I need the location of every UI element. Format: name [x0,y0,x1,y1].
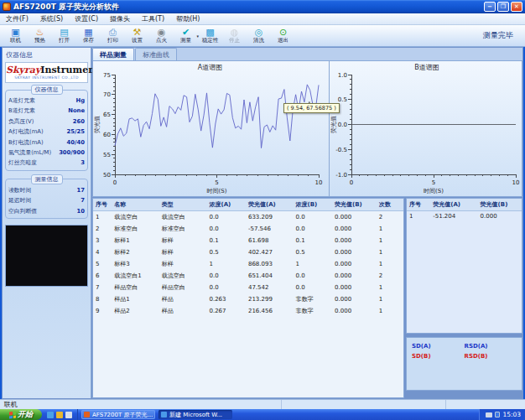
cell-no: 9 [93,305,112,317]
chart-b-channel[interactable]: B道谱图时间(S)荧光值-1.0-0.50.00.51.00510 [330,61,522,196]
tab-sample-measurement[interactable]: 样品测量 [92,48,134,60]
results-column-header[interactable]: 荧光值(A) [246,199,294,211]
table-row[interactable]: 8样品1样品0.263213.299非数字0.0001 [93,293,403,305]
toolbar-ignite-button[interactable]: ◉点火 [149,28,174,44]
measure-info-group-title: 测量信息 [31,174,63,184]
taskbar-task-1[interactable]: 新建 Microsoft W... [159,410,232,419]
taskbar-task-0[interactable]: AFS7200T 原子荧光... [81,410,155,419]
cell-fluorA: 868.093 [246,258,294,270]
toolbar-measure-label: 测量 [180,37,191,44]
field-value: 7 [81,195,85,205]
toolbar-clean-button[interactable]: ◎清洗 [247,28,271,44]
table-row[interactable]: 2标准空白标准空白0.0-57.5460.00.0001 [93,223,403,235]
chart-a-plot[interactable]: A道谱图时间(S)荧光值5055606570750510 [93,61,327,196]
svg-text:0: 0 [350,179,353,186]
results-column-header[interactable]: 浓度(A) [206,199,246,211]
task-app-icon [161,412,167,417]
results-column-header[interactable]: 次数 [377,199,403,211]
toolbar-settings-button[interactable]: ⚒设置 [125,28,149,44]
cell-concA: 0.263 [206,293,246,305]
cell-name: 样品2 [112,305,159,317]
start-button[interactable]: 开始 [0,409,42,420]
tray-device-icon[interactable] [486,412,492,417]
readings-column-header[interactable]: 荧光值(A) [430,199,477,211]
stat-label-sdb: SD(B) [412,353,465,360]
cell-fluorA: 61.698 [246,235,294,246]
quick-launch-icon-2[interactable] [56,412,63,418]
quick-launch-icon-3[interactable] [65,412,72,418]
taskbar-clock: 15:03 [502,411,521,418]
chart-b-plot[interactable]: B道谱图时间(S)荧光值-1.0-0.50.00.51.00510 [330,61,524,196]
cell-type: 标样 [159,258,207,270]
cell-fluorA: 213.299 [246,293,294,305]
table-row[interactable]: 5标样3标样1868.09310.0001 [93,258,403,270]
toolbar-open-button[interactable]: ▤打开 [52,28,76,44]
table-row[interactable]: 1-51.2040.000 [407,211,522,222]
menu-item-tools[interactable]: 工具(T) [136,14,170,23]
menu-item-help[interactable]: 帮助(H) [170,14,205,23]
results-column-header[interactable]: 类型 [159,199,207,211]
results-table: 序号名称类型浓度(A)荧光值(A)浓度(B)荧光值(B)次数 1载流空白载流空白… [93,199,403,317]
table-row[interactable]: 3标样1标样0.161.6980.10.0001 [93,235,403,246]
quick-launch [42,409,78,420]
cell-no: 7 [93,282,112,293]
print-icon: ⎙ [109,28,117,37]
results-column-header[interactable]: 序号 [93,199,112,211]
cell-fluorA: 216.456 [246,305,294,317]
results-column-header[interactable]: 浓度(B) [294,199,333,211]
svg-text:75: 75 [103,72,111,79]
toolbar: ▣联机♨预热▤打开▦保存⎙打印⚒设置◉点火✔测量▾▩稳定性◍停止◎清洗⊙退出测量… [0,25,525,47]
tab-standard-curve[interactable]: 标准曲线 [135,48,177,60]
chart-a-channel[interactable]: A道谱图时间(S)荧光值5055606570750510 [93,61,330,196]
cell-times: 1 [377,223,403,235]
minimize-button[interactable]: − [484,2,496,12]
info-row: A灯电流(mA)25/25 [8,127,85,137]
toolbar-save-label: 保存 [83,37,94,44]
cell-fluorB: 0.000 [332,211,377,224]
field-value: 17 [77,185,85,195]
readings-column-header[interactable]: 荧光值(B) [478,199,522,211]
quick-launch-icon-1[interactable] [47,412,54,418]
toolbar-ignite-label: 点火 [156,37,167,44]
readings-column-header[interactable]: 序号 [407,199,430,211]
table-row[interactable]: 9样品2样品0.267216.456非数字0.0001 [93,305,403,317]
menu-item-system[interactable]: 系统(S) [34,14,69,23]
svg-text:55: 55 [103,152,111,158]
window-title: AFS7200T 原子荧光分析软件 [13,2,119,13]
field-value: 300/900 [59,148,85,158]
toolbar-print-button[interactable]: ⎙打印 [101,28,125,44]
cell-name: 标样2 [112,246,159,258]
tray-volume-icon[interactable] [495,412,500,417]
menu-item-camera[interactable]: 摄像头 [104,14,136,23]
toolbar-exit-button[interactable]: ⊙退出 [271,28,295,44]
cell-fluorA: 633.209 [246,211,294,224]
cell-concA: 0.0 [206,270,246,282]
table-row[interactable]: 1载流空白载流空白0.0633.2090.00.0002 [93,211,403,224]
info-row: 灯丝亮暗度3 [8,158,85,168]
field-label: A灯电流(mA) [8,127,44,137]
results-column-header[interactable]: 名称 [112,199,159,211]
measure-info-group: 测量信息 读数时间17延迟时间7空白判断值10 [5,174,88,219]
toolbar-stability-button[interactable]: ▩稳定性 [198,28,222,44]
menu-item-file[interactable]: 文件(F) [0,14,34,23]
field-value: 40/40 [67,137,85,148]
results-column-header[interactable]: 荧光值(B) [332,199,377,211]
maximize-button[interactable]: ❐ [497,2,509,12]
toolbar-stability-label: 稳定性 [202,37,219,44]
cell-name: 载流空白 [112,211,159,224]
cell-fluorB: 0.000 [332,223,377,235]
readings-panel: 序号荧光值(A)荧光值(B) 1-51.2040.000 SD(A)RSD(A)… [406,198,522,398]
table-row[interactable]: 7样品空白样品空白0.047.5420.00.0001 [93,282,403,293]
table-row[interactable]: 4标样2标样0.5402.4270.50.0001 [93,246,403,258]
toolbar-preheat-button[interactable]: ♨预热 [28,28,52,44]
field-label: B灯电流(mA) [8,137,44,148]
info-row: 延迟时间7 [8,195,85,205]
table-row[interactable]: 6载流空白1载流空白0.0651.4040.00.0002 [93,270,403,282]
toolbar-measure-button[interactable]: ✔测量▾ [174,28,198,44]
menu-item-settings[interactable]: 设置(C) [69,14,104,23]
clean-icon: ◎ [255,28,263,37]
toolbar-connect-button[interactable]: ▣联机 [3,28,28,44]
toolbar-save-button[interactable]: ▦保存 [76,28,101,44]
field-label: 延迟时间 [8,195,31,205]
close-button[interactable]: ✕ [511,2,522,12]
